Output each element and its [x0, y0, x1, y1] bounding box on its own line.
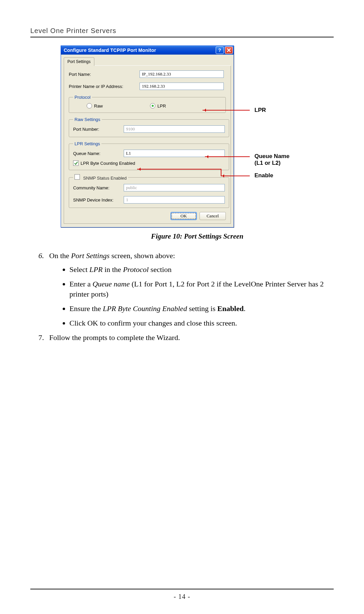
step-6: On the Port Settings screen, shown above…: [46, 251, 334, 329]
dialog-title: Configure Standard TCP/IP Port Monitor: [64, 48, 156, 53]
callout-queue-1: Queue Name: [254, 153, 290, 160]
callout-lpr: LPR: [254, 107, 266, 114]
snmp-checkbox[interactable]: [74, 174, 80, 180]
port-name-field[interactable]: [140, 70, 224, 78]
snmp-group: SNMP Status Enabled Community Name: SNMP…: [69, 174, 229, 208]
arrow-queue: [205, 156, 250, 157]
snmp-legend: SNMP Status Enabled: [83, 176, 127, 181]
arrow-enable-h: [137, 169, 221, 170]
snmp-index-field: [124, 196, 225, 204]
arrow-enable-h2: [221, 176, 250, 176]
close-icon[interactable]: [225, 47, 233, 54]
help-icon[interactable]: ?: [216, 47, 224, 54]
lpr-byte-checkbox[interactable]: LPR Byte Counting Enabled: [73, 160, 225, 166]
page-footer: - 14 -: [30, 589, 334, 601]
step-7: Follow the prompts to complete the Wizar…: [46, 333, 334, 343]
tab-port-settings[interactable]: Port Settings: [64, 57, 94, 66]
figure-container: Configure Standard TCP/IP Port Monitor ?…: [30, 43, 334, 241]
lpr-queue-field[interactable]: [124, 150, 225, 157]
bullet-3: Ensure the LPR Byte Counting Enabled set…: [69, 304, 334, 314]
lpr-queue-label: Queue Name:: [73, 151, 124, 156]
printer-addr-label: Printer Name or IP Address:: [69, 84, 140, 89]
snmp-index-label: SNMP Device Index:: [73, 197, 124, 203]
radio-raw-label: Raw: [94, 103, 103, 109]
port-name-label: Port Name:: [69, 72, 140, 77]
callout-enable: Enable: [254, 172, 273, 179]
bullet-4: Click OK to confirm your changes and clo…: [69, 318, 334, 329]
radio-lpr[interactable]: LPR: [150, 103, 166, 109]
raw-port-label: Port Number:: [73, 127, 124, 132]
snmp-comm-field: [124, 184, 225, 191]
radio-lpr-label: LPR: [157, 103, 166, 109]
titlebar: Configure Standard TCP/IP Port Monitor ?: [61, 46, 234, 55]
body-text: On the Port Settings screen, shown above…: [30, 251, 334, 343]
doc-header: Level One Printer Servers: [30, 27, 334, 37]
bullet-1: Select LPR in the Protocol section: [69, 265, 334, 275]
bullet-2: Enter a Queue name (L1 for Port 1, L2 fo…: [69, 279, 334, 300]
lpr-legend: LPR Settings: [73, 141, 101, 146]
printer-addr-field[interactable]: [140, 83, 224, 90]
dialog: Configure Standard TCP/IP Port Monitor ?…: [61, 45, 234, 227]
raw-port-field: [124, 125, 225, 133]
checkbox-icon: [73, 160, 79, 166]
lpr-byte-label: LPR Byte Counting Enabled: [81, 161, 135, 166]
snmp-comm-label: Community Name:: [73, 185, 124, 190]
ok-button[interactable]: OK: [171, 212, 197, 220]
arrow-lpr: [203, 110, 250, 111]
cancel-button[interactable]: Cancel: [200, 212, 226, 220]
raw-settings-group: Raw Settings Port Number:: [69, 117, 229, 137]
protocol-legend: Protocol: [73, 95, 92, 100]
raw-legend: Raw Settings: [73, 117, 102, 122]
figure-caption: Figure 10: Port Settings Screen: [61, 232, 334, 241]
callout-queue-2: (L1 or L2): [254, 160, 280, 166]
radio-raw[interactable]: Raw: [87, 103, 103, 109]
